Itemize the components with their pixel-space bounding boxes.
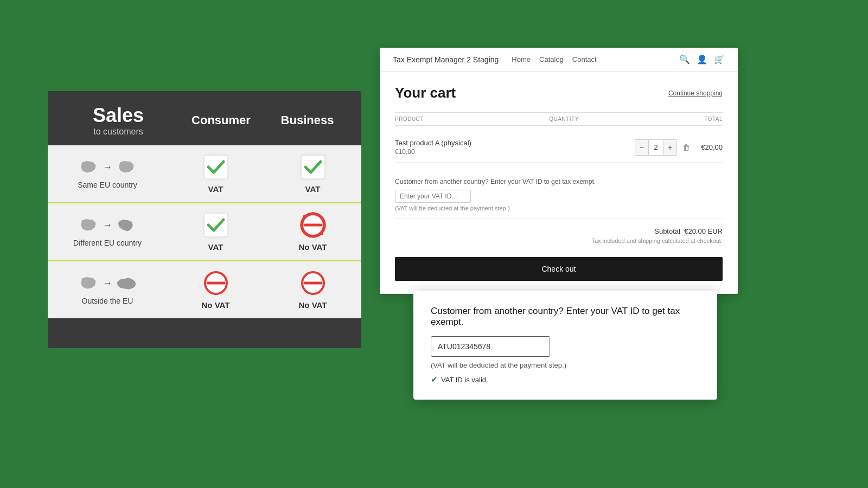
- shop-nav: Home Catalog Contact: [512, 55, 666, 63]
- country-icon-de-dark: [78, 217, 99, 234]
- table-row: → Different EU country VAT: [48, 203, 361, 261]
- row3-consumer-cell: No VAT: [167, 270, 264, 310]
- cart-item-info: Test product A (physical) €10,00: [395, 139, 635, 156]
- quantity-decrease-button[interactable]: −: [635, 140, 648, 155]
- table-row: → Same EU country VAT: [48, 145, 361, 203]
- no-vat-icon: [300, 212, 326, 240]
- country-icons: →: [78, 217, 137, 234]
- row1-business-cell: VAT: [264, 154, 361, 194]
- account-icon[interactable]: 👤: [697, 54, 707, 65]
- cart-content: Your cart Continue shopping PRODUCT QUAN…: [380, 72, 738, 294]
- country-icon-de1: [78, 159, 99, 176]
- column-headers: Consumer Business: [178, 113, 350, 127]
- no-vat-icon: [300, 270, 326, 298]
- row3-business-cell: No VAT: [264, 270, 361, 310]
- total-col-header: TOTAL: [704, 116, 723, 122]
- row3-label: Outside the EU: [82, 297, 133, 305]
- shop-icons: 🔍 👤 🛒: [679, 54, 725, 65]
- nav-contact[interactable]: Contact: [572, 55, 597, 63]
- subtotal-row: Subtotal €20,00 EUR: [654, 227, 723, 235]
- vat-note: (VAT will be deducted at the payment ste…: [395, 205, 723, 211]
- row3-consumer-label: No VAT: [202, 300, 230, 310]
- cart-item: Test product A (physical) €10,00 − 2 + 🗑…: [395, 132, 723, 163]
- delete-item-button[interactable]: 🗑: [682, 143, 690, 152]
- no-vat-icon: [203, 270, 229, 298]
- popup-vat-input[interactable]: [431, 336, 550, 357]
- product-col-header: PRODUCT: [395, 116, 424, 122]
- row2-business-cell: No VAT: [264, 212, 361, 252]
- row-label-same-eu: → Same EU country: [48, 159, 167, 189]
- country-icons: →: [78, 159, 137, 176]
- subtotal-value: €20,00 EUR: [684, 227, 723, 235]
- vat-check-icon: [203, 212, 229, 240]
- cart-title-row: Your cart Continue shopping: [395, 85, 723, 101]
- table-row: → Outside the EU No VAT: [48, 261, 361, 318]
- row-label-diff-eu: → Different EU country: [48, 217, 167, 247]
- search-icon[interactable]: 🔍: [679, 54, 690, 65]
- tax-note: Tax included and shipping calculated at …: [591, 237, 723, 244]
- country-icon-eu: [78, 275, 99, 292]
- valid-check-icon: ✔: [431, 375, 438, 384]
- quantity-controls: − 2 +: [635, 139, 677, 156]
- cart-item-price: €10,00: [395, 148, 635, 156]
- arrow-icon: →: [103, 278, 112, 289]
- vat-check-icon: [300, 154, 326, 182]
- row2-consumer-label: VAT: [208, 242, 224, 252]
- consumer-col-header: Consumer: [178, 113, 264, 127]
- row2-business-label: No VAT: [299, 242, 327, 252]
- customers-label: to customers: [59, 127, 178, 137]
- country-icon-de2: [116, 159, 137, 176]
- nav-catalog[interactable]: Catalog: [539, 55, 564, 63]
- cart-subtotal-section: Subtotal €20,00 EUR Tax included and shi…: [395, 227, 723, 244]
- business-col-header: Business: [264, 113, 350, 127]
- row1-consumer-cell: VAT: [167, 154, 264, 194]
- row3-business-label: No VAT: [299, 300, 327, 310]
- popup-question: Customer from another country? Enter you…: [431, 306, 700, 328]
- cart-table-header: PRODUCT QUANTITY TOTAL: [395, 112, 723, 126]
- subtotal-label: Subtotal: [654, 227, 680, 235]
- shop-header: Tax Exempt Manager 2 Staging Home Catalo…: [380, 48, 738, 72]
- cart-icon[interactable]: 🛒: [714, 54, 725, 65]
- table-body: → Same EU country VAT: [48, 145, 361, 318]
- row1-business-label: VAT: [305, 184, 321, 194]
- continue-shopping-link[interactable]: Continue shopping: [668, 89, 723, 97]
- table-header: Sales to customers Consumer Business: [48, 91, 361, 145]
- vat-id-input[interactable]: [395, 190, 471, 203]
- cart-item-total: €20,00: [690, 143, 723, 151]
- country-icons: →: [78, 275, 137, 292]
- row1-label: Same EU country: [78, 181, 137, 189]
- vat-question: Customer from another country? Enter you…: [395, 178, 723, 185]
- popup-note: (VAT will be deducted at the payment ste…: [431, 361, 700, 369]
- country-icon-eu-other: [116, 217, 137, 234]
- popup-valid-text: VAT ID is valid.: [441, 376, 488, 384]
- quantity-col-header: QUANTITY: [549, 116, 579, 122]
- quantity-value: 2: [648, 140, 663, 155]
- sales-label: Sales: [59, 104, 178, 127]
- country-icon-usa: [116, 275, 137, 292]
- shop-title: Tax Exempt Manager 2 Staging: [393, 55, 499, 64]
- cart-title: Your cart: [395, 85, 456, 101]
- row2-label: Different EU country: [73, 239, 142, 247]
- cart-item-name: Test product A (physical): [395, 139, 635, 147]
- header-title: Sales to customers: [59, 104, 178, 137]
- popup-valid-message: ✔ VAT ID is valid.: [431, 375, 700, 384]
- row-label-outside-eu: → Outside the EU: [48, 275, 167, 305]
- sales-table-panel: Sales to customers Consumer Business →: [48, 91, 361, 348]
- checkout-button[interactable]: Check out: [395, 257, 723, 281]
- row1-consumer-label: VAT: [208, 184, 224, 194]
- nav-home[interactable]: Home: [512, 55, 531, 63]
- quantity-increase-button[interactable]: +: [663, 140, 676, 155]
- cart-panel: Tax Exempt Manager 2 Staging Home Catalo…: [380, 48, 738, 294]
- arrow-icon: →: [103, 162, 112, 173]
- arrow-icon: →: [103, 220, 112, 231]
- row2-consumer-cell: VAT: [167, 212, 264, 252]
- vat-input-section: Customer from another country? Enter you…: [395, 171, 723, 219]
- vat-check-icon: [203, 154, 229, 182]
- vat-popup: Customer from another country? Enter you…: [413, 291, 717, 400]
